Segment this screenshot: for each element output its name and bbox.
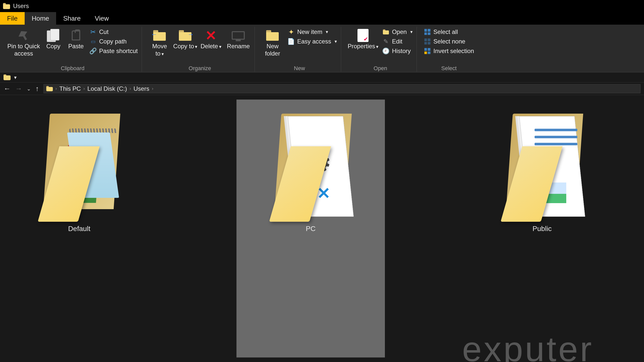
folder-icon xyxy=(3,3,10,9)
edit-button[interactable]: ✎Edit xyxy=(381,37,414,46)
folder-item-public[interactable]: Public xyxy=(468,100,616,357)
pin-label: Pin to Quick access xyxy=(6,43,41,57)
up-button[interactable]: ↑ xyxy=(35,85,39,93)
tab-home[interactable]: Home xyxy=(25,12,56,25)
scissors-icon: ✂ xyxy=(90,28,97,35)
select-none-icon xyxy=(424,38,431,45)
new-item-icon: ✦ xyxy=(288,28,295,35)
select-all-button[interactable]: Select all xyxy=(422,28,475,36)
properties-button[interactable]: Properties▾ xyxy=(347,27,379,50)
delete-icon: ✕ xyxy=(205,29,217,42)
properties-icon xyxy=(357,29,369,42)
forward-button[interactable]: → xyxy=(15,85,22,93)
breadcrumb-users[interactable]: Users› xyxy=(134,85,153,92)
edit-label: Edit xyxy=(392,38,402,45)
paste-shortcut-label: Paste shortcut xyxy=(99,48,138,55)
group-open: Properties▾ Open▾ ✎Edit 🕘History Open xyxy=(344,27,417,72)
cut-label: Cut xyxy=(99,28,108,35)
group-label-clipboard: Clipboard xyxy=(61,64,85,72)
copy-to-label: Copy to▾ xyxy=(173,43,197,50)
copy-path-icon: ▭ xyxy=(90,38,97,45)
invert-selection-button[interactable]: Invert selection xyxy=(422,47,475,55)
move-to-button[interactable]: ← Move to▾ xyxy=(147,27,172,57)
pin-to-quick-access-button[interactable]: Pin to Quick access xyxy=(6,27,41,57)
group-new: New folder ✦New item▾ 📄Easy access▾ New xyxy=(258,27,341,72)
invert-selection-icon xyxy=(424,48,431,55)
select-none-button[interactable]: Select none xyxy=(422,37,475,46)
new-folder-icon xyxy=(266,30,279,41)
back-button[interactable]: ← xyxy=(4,85,11,93)
chevron-right-icon: › xyxy=(83,86,85,91)
history-icon: 🕘 xyxy=(382,48,389,55)
folder-item-pc[interactable]: ⚙ ✕ PC xyxy=(236,100,385,357)
folder-icon xyxy=(46,86,53,92)
copy-path-button[interactable]: ▭Copy path xyxy=(88,37,139,46)
select-all-icon xyxy=(424,28,431,35)
folder-label: Public xyxy=(533,225,552,233)
move-to-label: Move to▾ xyxy=(147,43,172,57)
recent-locations-button[interactable]: ⌄ xyxy=(27,86,31,92)
ribbon: Pin to Quick access Copy Paste ✂Cut ▭Cop… xyxy=(0,25,644,72)
cut-button[interactable]: ✂Cut xyxy=(88,28,139,36)
tab-share[interactable]: Share xyxy=(56,12,88,25)
history-label: History xyxy=(392,48,411,55)
properties-label: Properties▾ xyxy=(348,43,378,50)
tab-view[interactable]: View xyxy=(88,12,116,25)
group-label-organize: Organize xyxy=(189,64,211,72)
open-button[interactable]: Open▾ xyxy=(381,28,414,36)
folder-view[interactable]: Default ⚙ ✕ PC Public exputer xyxy=(0,95,644,362)
folder-item-default[interactable]: Default xyxy=(5,100,153,357)
rename-icon xyxy=(232,31,245,40)
tab-file[interactable]: File xyxy=(0,12,25,25)
group-label-open: Open xyxy=(374,64,387,72)
title-bar: Users xyxy=(0,0,644,12)
ribbon-tabs: File Home Share View xyxy=(0,12,644,25)
folder-icon: ⚙ ✕ xyxy=(265,106,356,222)
copy-to-icon: → xyxy=(179,30,191,41)
folder-label: Default xyxy=(68,225,91,233)
paste-shortcut-button[interactable]: 🔗Paste shortcut xyxy=(88,47,139,55)
window-title: Users xyxy=(13,3,29,10)
pin-icon xyxy=(17,29,31,42)
copy-path-label: Copy path xyxy=(99,38,127,45)
group-organize: ← Move to▾ → Copy to▾ ✕ Delete▾ Rename O… xyxy=(145,27,255,72)
easy-access-button[interactable]: 📄Easy access▾ xyxy=(286,37,338,46)
copy-to-button[interactable]: → Copy to▾ xyxy=(173,27,197,50)
rename-button[interactable]: Rename xyxy=(224,27,252,50)
delete-button[interactable]: ✕ Delete▾ xyxy=(199,27,223,50)
copy-button[interactable]: Copy xyxy=(43,27,64,50)
open-label: Open xyxy=(392,28,407,35)
move-to-icon: ← xyxy=(153,30,166,41)
folder-icon xyxy=(497,106,587,222)
chevron-right-icon: › xyxy=(130,86,131,91)
copy-label: Copy xyxy=(46,43,60,50)
paste-button[interactable]: Paste xyxy=(65,27,87,50)
history-button[interactable]: 🕘History xyxy=(381,47,414,55)
breadcrumb-bar[interactable]: › This PC› Local Disk (C:)› Users› xyxy=(44,84,640,93)
paste-label: Paste xyxy=(68,43,84,50)
chevron-right-icon: › xyxy=(55,86,57,91)
quick-access-toolbar: ▾ xyxy=(0,72,644,82)
breadcrumb-this-pc[interactable]: This PC› xyxy=(59,85,85,92)
easy-access-label: Easy access xyxy=(297,38,331,45)
group-label-new: New xyxy=(294,64,305,72)
select-none-label: Select none xyxy=(433,38,465,45)
qat-dropdown-icon[interactable]: ▾ xyxy=(14,74,17,80)
new-folder-label: New folder xyxy=(260,43,285,57)
open-icon xyxy=(382,28,389,35)
breadcrumb-drive[interactable]: Local Disk (C:)› xyxy=(87,85,131,92)
invert-label: Invert selection xyxy=(433,48,474,55)
paste-icon xyxy=(72,30,80,40)
group-clipboard: Pin to Quick access Copy Paste ✂Cut ▭Cop… xyxy=(4,27,142,72)
new-item-button[interactable]: ✦New item▾ xyxy=(286,28,338,36)
copy-icon xyxy=(47,29,60,42)
new-folder-button[interactable]: New folder xyxy=(260,27,285,57)
paste-shortcut-icon: 🔗 xyxy=(90,48,97,55)
group-label-select: Select xyxy=(441,64,457,72)
address-bar: ← → ⌄ ↑ › This PC› Local Disk (C:)› User… xyxy=(0,82,644,95)
edit-icon: ✎ xyxy=(382,38,389,45)
chevron-right-icon: › xyxy=(152,86,153,91)
easy-access-icon: 📄 xyxy=(288,38,295,45)
group-select: Select all Select none Invert selection … xyxy=(420,27,478,72)
select-all-label: Select all xyxy=(433,28,458,35)
